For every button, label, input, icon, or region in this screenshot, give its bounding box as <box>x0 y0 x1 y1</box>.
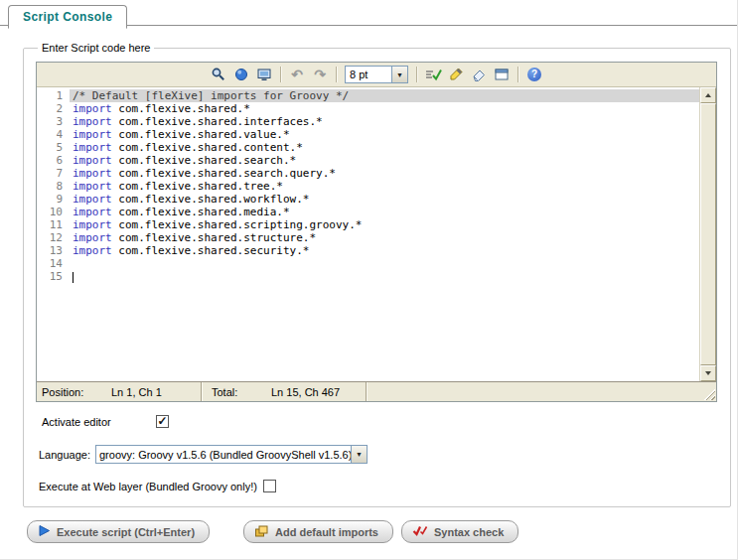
code-line[interactable]: import com.flexive.shared.content.* <box>70 141 699 154</box>
toolbar-separator <box>416 67 417 82</box>
action-button-row: Execute script (Ctrl+Enter) Add default … <box>27 520 737 543</box>
code-line[interactable]: import com.flexive.shared.* <box>70 102 699 115</box>
dropdown-arrow-icon: ▼ <box>391 67 407 82</box>
code-line[interactable]: /* Default [fleXive] imports for Groovy … <box>70 89 699 102</box>
line-number-gutter: 123456789101112131415 <box>37 87 70 381</box>
code-region: 123456789101112131415 /* Default [fleXiv… <box>37 87 716 381</box>
help-icon[interactable]: ? <box>523 65 545 84</box>
code-line[interactable]: import com.flexive.shared.workflow.* <box>70 193 699 206</box>
syntax-check-icon <box>412 524 428 539</box>
font-size-value: 8 pt <box>346 67 391 82</box>
font-size-select[interactable]: 8 pt ▼ <box>345 66 408 83</box>
activate-editor-label: Activate editor <box>42 416 156 428</box>
editor-statusbar: Position: Ln 1, Ch 1 Total: Ln 15, Ch 46… <box>37 381 716 401</box>
statusbar-separator <box>366 382 367 401</box>
syntax-check-label: Syntax check <box>434 526 504 538</box>
line-number: 7 <box>37 167 70 180</box>
web-layer-checkbox[interactable] <box>263 480 276 492</box>
tab-script-console[interactable]: Script Console <box>8 5 127 29</box>
line-number: 8 <box>37 180 70 193</box>
toolbar-separator <box>280 67 281 82</box>
scrollbar-thumb[interactable] <box>700 103 716 365</box>
word-wrap-icon[interactable] <box>491 65 513 84</box>
language-label: Language: <box>39 449 90 461</box>
code-line[interactable]: import com.flexive.shared.scripting.groo… <box>70 218 699 231</box>
position-value: Ln 1, Ch 1 <box>111 386 201 398</box>
play-icon <box>38 524 51 539</box>
imports-icon <box>254 524 269 540</box>
language-select-value: groovy: Groovy v1.5.6 (Bundled GroovyShe… <box>96 446 351 463</box>
line-number: 4 <box>37 128 70 141</box>
line-number: 3 <box>37 115 70 128</box>
total-value: Ln 15, Ch 467 <box>271 386 366 398</box>
scroll-up-button[interactable] <box>700 87 716 103</box>
undo-icon[interactable]: ↶ <box>286 65 308 84</box>
tab-label: Script Console <box>23 10 112 24</box>
redo-icon[interactable]: ↷ <box>309 65 331 84</box>
script-editor: ↶ ↷ 8 pt ▼ <box>36 62 717 402</box>
syntax-check-button[interactable]: Syntax check <box>401 520 518 543</box>
resize-grip[interactable] <box>702 387 715 400</box>
line-number: 6 <box>37 154 70 167</box>
vertical-scrollbar[interactable] <box>699 87 716 381</box>
search-icon[interactable] <box>208 65 229 84</box>
fieldset-legend: Enter Script code here <box>38 42 154 54</box>
line-number: 15 <box>37 270 70 283</box>
web-layer-label: Execute at Web layer (Bundled Groovy onl… <box>39 481 257 492</box>
code-line[interactable]: import com.flexive.shared.tree.* <box>70 180 699 193</box>
up-arrow-icon <box>705 90 711 97</box>
add-default-imports-label: Add default imports <box>275 526 378 538</box>
code-line[interactable] <box>70 257 699 270</box>
language-select[interactable]: groovy: Groovy v1.5.6 (Bundled GroovyShe… <box>95 445 368 464</box>
code-line[interactable]: import com.flexive.shared.search.query.* <box>70 167 699 180</box>
code-line[interactable]: import com.flexive.shared.media.* <box>70 206 699 218</box>
line-number: 12 <box>37 231 70 244</box>
scroll-down-button[interactable] <box>700 365 716 381</box>
script-code-fieldset: Enter Script code here <box>23 42 731 507</box>
code-line[interactable]: import com.flexive.shared.value.* <box>70 128 699 141</box>
toolbar-separator <box>336 67 337 82</box>
script-console-page: Script Console Enter Script code here <box>0 0 738 560</box>
editor-toolbar: ↶ ↷ 8 pt ▼ <box>37 63 716 87</box>
fullscreen-icon[interactable] <box>253 65 275 84</box>
code-line[interactable] <box>70 270 699 283</box>
tab-bar: Script Console <box>0 0 737 26</box>
add-default-imports-button[interactable]: Add default imports <box>243 520 393 543</box>
goto-line-icon[interactable] <box>230 65 252 84</box>
web-layer-row: Execute at Web layer (Bundled Groovy onl… <box>36 480 717 492</box>
line-number: 9 <box>37 193 70 206</box>
line-number: 1 <box>37 89 70 102</box>
code-lines[interactable]: /* Default [fleXive] imports for Groovy … <box>70 87 699 381</box>
code-line[interactable]: import com.flexive.shared.interfaces.* <box>70 115 699 128</box>
execute-script-button[interactable]: Execute script (Ctrl+Enter) <box>27 520 210 543</box>
code-line[interactable]: import com.flexive.shared.search.* <box>70 154 699 167</box>
scrollbar-track[interactable] <box>700 103 716 365</box>
down-arrow-icon <box>705 371 711 378</box>
total-label: Total: <box>202 386 271 398</box>
help-glyph: ? <box>527 68 541 81</box>
toolbar-separator <box>517 67 518 82</box>
highlight-icon[interactable] <box>445 65 467 84</box>
execute-script-label: Execute script (Ctrl+Enter) <box>57 526 195 538</box>
line-number: 13 <box>37 244 70 257</box>
activate-editor-checkbox[interactable]: ✓ <box>156 415 169 428</box>
line-number: 10 <box>37 206 70 218</box>
line-number: 5 <box>37 141 70 154</box>
line-number: 11 <box>37 218 70 231</box>
language-row: Language: groovy: Groovy v1.5.6 (Bundled… <box>36 445 717 464</box>
text-caret <box>73 272 74 283</box>
position-label: Position: <box>37 386 111 398</box>
code-line[interactable]: import com.flexive.shared.structure.* <box>70 231 699 244</box>
line-number: 14 <box>37 257 70 270</box>
reset-highlight-icon[interactable] <box>468 65 490 84</box>
smooth-selection-icon[interactable] <box>422 65 444 84</box>
activate-editor-row: Activate editor ✓ <box>36 415 717 428</box>
line-number: 2 <box>37 102 70 115</box>
dropdown-arrow-icon: ▼ <box>351 446 367 463</box>
code-line[interactable]: import com.flexive.shared.security.* <box>70 244 699 257</box>
